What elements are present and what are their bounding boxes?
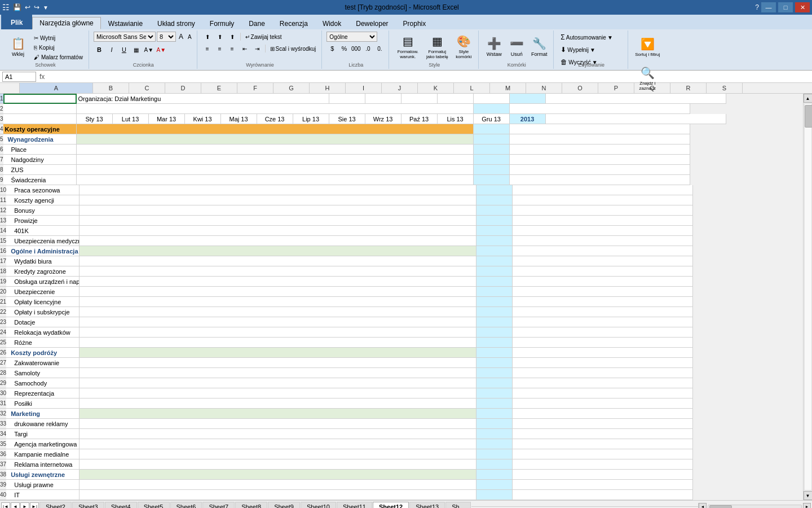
cell-A16[interactable]: Ogólne i Administracja — [6, 246, 80, 256]
cell-rest-21[interactable] — [513, 297, 693, 307]
cell-A18[interactable]: Kredyty zagrożone — [6, 266, 80, 277]
cell-N9[interactable] — [474, 175, 510, 185]
cell-G1[interactable] — [474, 94, 510, 104]
cell-N37[interactable] — [476, 459, 513, 470]
fill-color-button[interactable]: A▼ — [143, 45, 155, 55]
font-family-select[interactable]: Microsoft Sans Serif — [94, 32, 156, 42]
cell-rest-25[interactable] — [513, 338, 693, 348]
maximize-button[interactable]: □ — [778, 2, 793, 12]
percent-button[interactable]: % — [338, 43, 350, 54]
cells-B-M-4[interactable] — [77, 124, 474, 134]
cells-B-M-14[interactable] — [80, 226, 476, 236]
cell-rest-2[interactable] — [510, 104, 690, 114]
sheet-nav-next[interactable]: ► — [20, 502, 29, 509]
cell-A7[interactable]: Nadgodziny — [3, 155, 77, 165]
underline-button[interactable]: U — [118, 45, 130, 55]
cells-B-M-40[interactable] — [80, 490, 476, 500]
sheet-tab-sheet10[interactable]: Sheet10 — [301, 502, 336, 509]
cell-N39[interactable] — [476, 480, 513, 490]
cell-rest-6[interactable] — [510, 144, 690, 155]
sheet-tab-sheet9[interactable]: Sheet9 — [268, 502, 300, 509]
cells-B-M-19[interactable] — [80, 277, 476, 287]
cell-N5[interactable] — [474, 134, 510, 144]
cell-rest-15[interactable] — [513, 236, 693, 246]
cell-A20[interactable]: Ubezpieczenie — [6, 287, 80, 297]
tab-dane[interactable]: Dane — [241, 17, 272, 29]
row-num-29[interactable]: 29 — [0, 378, 6, 388]
cell-A32[interactable]: Marketing — [6, 409, 80, 419]
cell-rest-36[interactable] — [513, 449, 693, 459]
cell-N10[interactable] — [476, 185, 513, 195]
cell-A22[interactable]: Opłaty i subskrypcje — [6, 307, 80, 317]
align-top-left-button[interactable]: ⬆ — [202, 32, 213, 42]
row-num-24[interactable]: 24 — [0, 327, 6, 338]
cell-N16[interactable] — [476, 246, 513, 256]
sheet-tab-sheet4[interactable]: Sheet4 — [105, 502, 137, 509]
sheet-nav-prev[interactable]: ◄ — [11, 502, 20, 509]
cell-E1[interactable] — [401, 94, 438, 104]
bold-button[interactable]: B — [94, 45, 105, 55]
cell-A2[interactable] — [3, 104, 77, 114]
cell-rest-14[interactable] — [513, 226, 693, 236]
cell-A26[interactable]: Koszty podróży — [6, 348, 80, 358]
cell-H3[interactable]: Lip 13 — [293, 114, 329, 124]
cells-B-M-23[interactable] — [80, 317, 476, 327]
format-button[interactable]: 🔧 Format — [528, 32, 550, 62]
cell-N33[interactable] — [476, 419, 513, 429]
col-header-K[interactable]: K — [418, 83, 454, 93]
cell-N28[interactable] — [476, 368, 513, 378]
col-header-N[interactable]: N — [526, 83, 562, 93]
merge-center-button[interactable]: ⊞ Scal i wyśrodkuj — [268, 44, 319, 54]
number-format-select[interactable]: Ogólne — [326, 32, 377, 42]
col-header-S[interactable]: S — [707, 83, 743, 93]
row-num-12[interactable]: 12 — [0, 205, 6, 216]
cells-B-M-37[interactable] — [80, 459, 476, 470]
thousands-button[interactable]: 000 — [350, 43, 361, 54]
cell-A24[interactable]: Relokacja wydatków — [6, 327, 80, 338]
cell-E3[interactable]: Kwi 13 — [185, 114, 221, 124]
cell-rest-7[interactable] — [510, 155, 690, 165]
col-header-A[interactable]: A — [20, 83, 93, 93]
cell-N7[interactable] — [474, 155, 510, 165]
cell-rest-39[interactable] — [513, 480, 693, 490]
cells-B-M-2[interactable] — [77, 104, 474, 114]
cell-A38[interactable]: Usługi zewnętrzne — [6, 470, 80, 480]
cell-N30[interactable] — [476, 388, 513, 398]
cell-N19[interactable] — [476, 277, 513, 287]
col-header-B[interactable]: B — [93, 83, 129, 93]
kopiuj-button[interactable]: ⎘ Kopiuj — [32, 43, 85, 52]
cell-A15[interactable]: Ubezpieczenia medyczne — [6, 236, 80, 246]
cell-M3[interactable]: Gru 13 — [474, 114, 510, 124]
cell-N34[interactable] — [476, 429, 513, 439]
cells-B-M-10[interactable] — [80, 185, 476, 195]
cell-rest-30[interactable] — [513, 388, 693, 398]
cell-A35[interactable]: Agencja marketingowa — [6, 439, 80, 449]
cell-D3[interactable]: Mar 13 — [149, 114, 185, 124]
row-num-33[interactable]: 33 — [0, 419, 6, 429]
cell-rest-4[interactable] — [510, 124, 690, 134]
cell-A36[interactable]: Kampanie medialne — [6, 449, 80, 459]
cell-N40[interactable] — [476, 490, 513, 500]
cells-B-M-17[interactable] — [80, 256, 476, 266]
align-left-button[interactable]: ≡ — [202, 43, 213, 54]
cell-A33[interactable]: drukowane reklamy — [6, 419, 80, 429]
cell-A28[interactable]: Samoloty — [6, 368, 80, 378]
col-header-G[interactable]: G — [273, 83, 310, 93]
cell-rest-32[interactable] — [513, 409, 693, 419]
col-header-M[interactable]: M — [490, 83, 526, 93]
scroll-track[interactable] — [804, 103, 812, 491]
cells-B-M-39[interactable] — [80, 480, 476, 490]
cells-B-M-9[interactable] — [77, 175, 474, 185]
cell-rest-37[interactable] — [513, 459, 693, 470]
increase-decimal-button[interactable]: .0 — [362, 43, 373, 54]
cell-N14[interactable] — [476, 226, 513, 236]
quick-redo-icon[interactable]: ↪ — [34, 3, 39, 11]
cell-N17[interactable] — [476, 256, 513, 266]
cells-B-M-25[interactable] — [80, 338, 476, 348]
row-num-37[interactable]: 37 — [0, 459, 6, 470]
row-num-25[interactable]: 25 — [0, 338, 6, 348]
sheet-tab-sheet13[interactable]: Sheet13 — [409, 502, 445, 509]
cells-B-M-28[interactable] — [80, 368, 476, 378]
cells-B-M-32[interactable] — [80, 409, 476, 419]
function-wizard-icon[interactable]: fx — [38, 73, 46, 81]
